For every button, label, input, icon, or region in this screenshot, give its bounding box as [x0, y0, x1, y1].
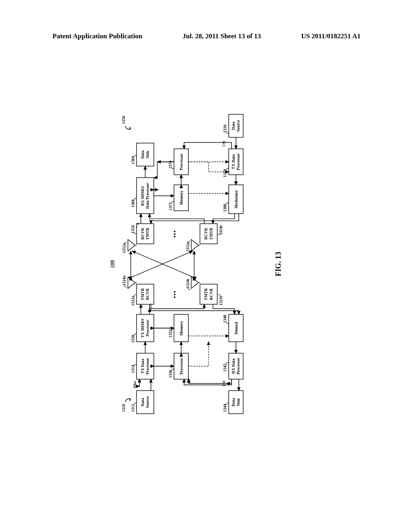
label-csi-right: CSI	[222, 141, 226, 147]
ref-1352a: 1352a	[122, 243, 126, 253]
block-data-source-right-l1: Data	[231, 122, 236, 130]
block-rcvr-tmtr-r-l1: RCVR	[204, 228, 208, 240]
block-data-sink-right-l1: Data	[140, 150, 145, 159]
ref-1354: 1354	[131, 225, 135, 233]
block-demod: Demod	[234, 322, 238, 335]
block-tx-data-right-l1: TX Data	[231, 154, 236, 169]
svg-marker-18	[191, 239, 198, 251]
ref-1320: 1320	[131, 335, 135, 343]
block-data-source-left-l1: Data	[140, 398, 145, 407]
figure-caption: FIG. 13	[274, 252, 282, 276]
block-memory-left: Memory	[179, 321, 184, 336]
ref-1380: 1380	[223, 204, 227, 212]
block-rx-mimo-l2: Data Processor	[145, 183, 150, 209]
block-tmtr-rcvr-t-l2: RCVR	[209, 288, 213, 300]
ref-1350: 1350	[121, 116, 126, 124]
block-rx-data-left-l2: Processor	[236, 357, 240, 374]
block-rcvr-tmtr-a-l2: TMTR	[145, 227, 150, 240]
ref-1312: 1312	[131, 404, 135, 412]
block-data-source-right-l2: Source	[236, 120, 240, 132]
ref-1364: 1364	[131, 156, 135, 164]
ref-1342: 1342	[223, 364, 227, 372]
block-tmtr-rcvr-a-l1: TMTR	[140, 288, 145, 300]
figure-13: 1300 1310 1350 Data Source 1312 TX Data …	[14, 103, 397, 425]
ref-1360: 1360	[131, 200, 135, 208]
block-tx-data-left-l2: Processor	[145, 357, 150, 374]
block-tx-data-left-l1: TX Data	[140, 359, 145, 374]
header-center: Jul. 28, 2011 Sheet 13 of 13	[183, 32, 261, 40]
ref-1372: 1372	[168, 202, 173, 210]
ref-1352r: 1352r	[186, 241, 190, 251]
block-modulator: Modulator	[234, 190, 238, 209]
block-tmtr-rcvr-a-l2: RCVR	[145, 288, 150, 300]
ref-1324a: 1324a	[122, 276, 126, 286]
block-rcvr-tmtr-r-l2: TMTR	[209, 227, 213, 240]
header-left: Patent Application Publication	[52, 32, 142, 40]
svg-marker-15	[128, 239, 135, 251]
ellipsis-right: •••	[171, 230, 178, 237]
block-rcvr-tmtr-a-l1: RCVR	[140, 228, 145, 240]
ref-1332: 1332	[168, 330, 173, 338]
ref-1300: 1300	[110, 260, 114, 268]
block-tx-data-right-l2: Processor	[236, 153, 240, 170]
block-data-sink-left-l2: Sink	[236, 398, 240, 406]
block-rx-mimo-l1: RX MIMO/	[140, 185, 145, 206]
block-tx-mimo-l1: TX MIMO	[140, 319, 145, 338]
ref-1316: 1316	[223, 125, 227, 133]
block-data-sink-left-l1: Data	[231, 398, 236, 407]
block-processor-left: Processor	[179, 357, 184, 374]
ref-1330: 1330	[168, 370, 173, 378]
ref-1318: 1318	[223, 169, 227, 177]
ref-1344: 1344	[223, 404, 227, 412]
ref-1324t: 1324t	[186, 278, 190, 288]
header-right: US 2011/0182251 A1	[301, 32, 361, 40]
ref-1310: 1310	[121, 404, 126, 412]
label-a-suffix: a	[136, 222, 140, 224]
block-processor-right: Processor	[179, 153, 184, 170]
label-pilot: Pilot	[133, 381, 137, 388]
svg-marker-9	[128, 277, 135, 289]
block-rx-data-left-l1: RX Data	[231, 359, 236, 374]
ref-1314: 1314	[131, 365, 135, 373]
ellipsis-left: •••	[171, 290, 178, 298]
block-tmtr-rcvr-t-l1: TMTR	[204, 288, 208, 300]
ref-1340: 1340	[223, 315, 227, 323]
ref-1354r: 1354r	[219, 225, 223, 235]
block-data-sink-right-l2: Sink	[145, 150, 150, 158]
ref-1322t: 1322t	[219, 296, 223, 305]
svg-marker-12	[191, 277, 198, 289]
block-memory-right: Memory	[179, 190, 184, 205]
block-tx-mimo-l2: Processor	[145, 320, 150, 337]
block-data-source-left-l2: Source	[145, 396, 150, 408]
ref-1322a: 1322a	[131, 296, 135, 306]
